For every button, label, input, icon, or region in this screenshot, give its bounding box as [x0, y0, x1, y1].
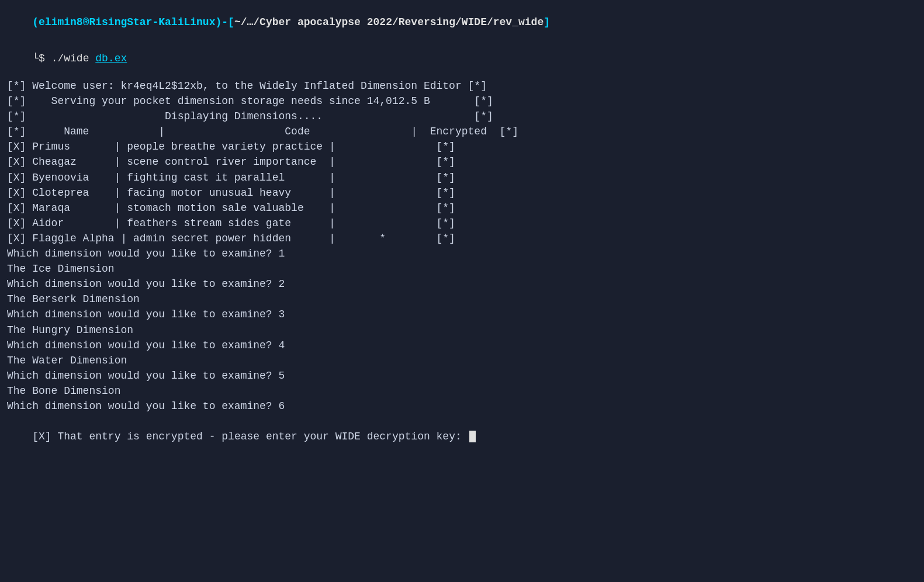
terminal-host: (elimin8®RisingStar-KaliLinux)	[32, 16, 222, 28]
question-5: Which dimension would you like to examin…	[7, 368, 917, 383]
question-6: Which dimension would you like to examin…	[7, 399, 917, 414]
terminal: (elimin8®RisingStar-KaliLinux)-[~/…/Cybe…	[7, 5, 917, 582]
answer-5: The Bone Dimension	[7, 383, 917, 399]
prompt-arg: db.ex	[95, 53, 127, 64]
answer-4: The Water Dimension	[7, 353, 917, 368]
question-3: Which dimension would you like to examin…	[7, 307, 917, 322]
answer-1: The Ice Dimension	[7, 261, 917, 276]
cursor-block	[469, 431, 476, 442]
dim-row-2: [X] Byenoovia | fighting cast it paralle…	[7, 170, 917, 185]
question-1: Which dimension would you like to examin…	[7, 246, 917, 261]
question-2: Which dimension would you like to examin…	[7, 276, 917, 292]
prompt-cmd: ./wide	[51, 53, 96, 64]
encrypted-prompt-text: [X] That entry is encrypted - please ent…	[32, 431, 468, 442]
terminal-path: ~/…/Cyber apocalypse 2022/Reversing/WIDE…	[234, 16, 544, 28]
welcome-line-1: [*] Welcome user: kr4eq4L2$12xb, to the …	[7, 78, 917, 93]
title-bar: (elimin8®RisingStar-KaliLinux)-[~/…/Cybe…	[7, 5, 917, 40]
dim-row-3: [X] Cloteprea | facing motor unusual hea…	[7, 185, 917, 200]
dim-row-1: [X] Cheagaz | scene control river import…	[7, 154, 917, 169]
dim-row-5: [X] Aidor | feathers stream sides gate |…	[7, 216, 917, 231]
dim-row-6: [X] Flaggle Alpha | admin secret power h…	[7, 231, 917, 246]
answer-2: The Berserk Dimension	[7, 292, 917, 307]
question-4: Which dimension would you like to examin…	[7, 338, 917, 353]
answer-3: The Hungry Dimension	[7, 323, 917, 338]
welcome-line-2: [*] Serving your pocket dimension storag…	[7, 93, 917, 109]
welcome-line-3: [*] Displaying Dimensions.... [*]	[7, 109, 917, 124]
dim-row-0: [X] Primus | people breathe variety prac…	[7, 139, 917, 154]
header-line: [*] Name | Code | Encrypted [*]	[7, 124, 917, 139]
dim-row-4: [X] Maraqa | stomach motion sale valuabl…	[7, 200, 917, 216]
prompt-line: └$ ./wide db.ex	[7, 41, 917, 76]
prompt-dollar: └$	[32, 53, 51, 64]
encrypted-prompt-line[interactable]: [X] That entry is encrypted - please ent…	[7, 414, 917, 459]
